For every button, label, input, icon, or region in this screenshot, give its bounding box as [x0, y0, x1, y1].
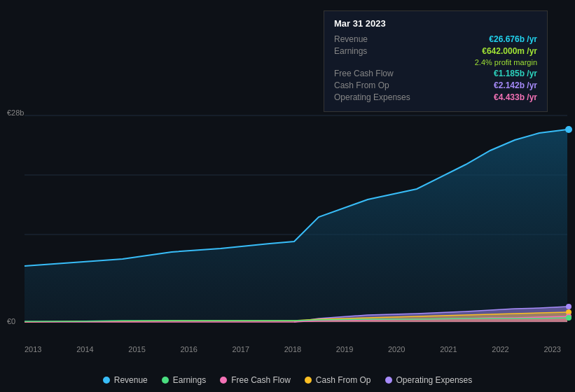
tooltip: Mar 31 2023 Revenue €26.676b /yr Earning… [324, 10, 548, 112]
x-label-2021: 2021 [440, 345, 457, 354]
legend-earnings[interactable]: Earnings [162, 375, 206, 385]
tooltip-opex-label: Operating Expenses [334, 92, 410, 102]
tooltip-cashfromop-label: Cash From Op [334, 80, 389, 90]
tooltip-title: Mar 31 2023 [334, 18, 537, 29]
tooltip-fcf-value: €1.185b /yr [494, 69, 537, 78]
x-label-2013: 2013 [25, 345, 41, 354]
svg-point-6 [566, 304, 571, 309]
tooltip-revenue-value: €26.676b /yr [489, 34, 537, 44]
legend-cashfromop-label: Cash From Op [316, 375, 371, 385]
tooltip-revenue-row: Revenue €26.676b /yr [334, 34, 537, 44]
tooltip-earnings-label: Earnings [334, 46, 367, 56]
x-label-2018: 2018 [284, 345, 301, 354]
legend-earnings-dot [162, 377, 169, 384]
legend: Revenue Earnings Free Cash Flow Cash Fro… [0, 375, 575, 385]
legend-fcf[interactable]: Free Cash Flow [220, 375, 291, 385]
legend-revenue[interactable]: Revenue [103, 375, 148, 385]
tooltip-cashfromop-row: Cash From Op €2.142b /yr [334, 80, 537, 90]
tooltip-earnings-row: Earnings €642.000m /yr [334, 46, 537, 56]
svg-point-5 [565, 126, 572, 133]
tooltip-opex-row: Operating Expenses €4.433b /yr [334, 92, 537, 102]
x-label-2015: 2015 [128, 345, 145, 354]
x-label-2016: 2016 [180, 345, 197, 354]
legend-fcf-dot [220, 377, 227, 384]
tooltip-profit-margin-row: 2.4% profit margin [334, 58, 537, 66]
legend-opex[interactable]: Operating Expenses [385, 375, 473, 385]
legend-fcf-label: Free Cash Flow [231, 375, 291, 385]
tooltip-revenue-label: Revenue [334, 34, 368, 44]
tooltip-opex-value: €4.433b /yr [494, 92, 537, 102]
x-axis: 2013 2014 2015 2016 2017 2018 2019 2020 … [25, 345, 575, 354]
x-label-2022: 2022 [492, 345, 508, 354]
legend-earnings-label: Earnings [173, 375, 206, 385]
legend-revenue-dot [103, 377, 110, 384]
legend-revenue-label: Revenue [114, 375, 148, 385]
legend-opex-dot [385, 377, 392, 384]
x-label-2019: 2019 [336, 345, 353, 354]
y-axis-top-label: €28b [7, 108, 24, 117]
x-label-2017: 2017 [233, 345, 249, 354]
y-axis-bottom-label: €0 [7, 317, 15, 326]
tooltip-fcf-row: Free Cash Flow €1.185b /yr [334, 69, 537, 78]
legend-cashfromop-dot [305, 377, 312, 384]
tooltip-cashfromop-value: €2.142b /yr [494, 80, 537, 90]
legend-opex-label: Operating Expenses [396, 375, 473, 385]
x-label-2023: 2023 [543, 345, 560, 354]
tooltip-earnings-value: €642.000m /yr [482, 46, 537, 56]
tooltip-profit-margin: 2.4% profit margin [475, 58, 537, 66]
x-label-2014: 2014 [76, 345, 93, 354]
tooltip-fcf-label: Free Cash Flow [334, 69, 394, 78]
svg-point-9 [566, 315, 571, 321]
x-label-2020: 2020 [388, 345, 405, 354]
legend-cashfromop[interactable]: Cash From Op [305, 375, 371, 385]
